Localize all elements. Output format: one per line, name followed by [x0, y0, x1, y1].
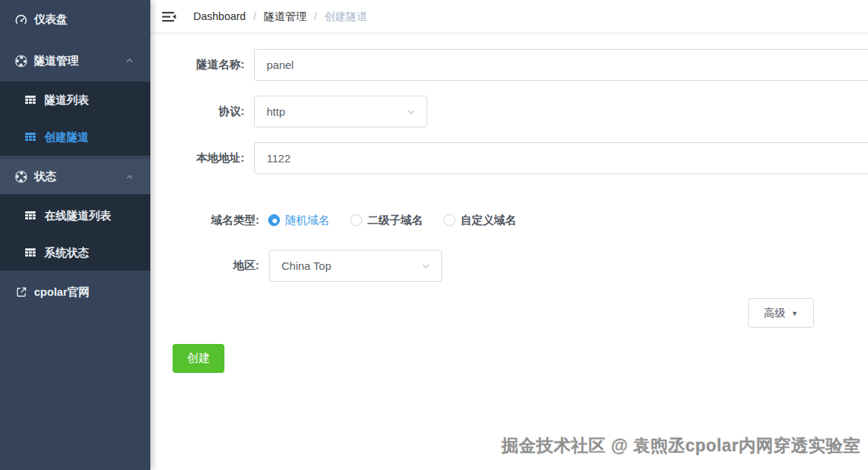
radio-random-domain[interactable]: 随机域名 — [268, 214, 330, 228]
sidebar-item-label: 在线隧道列表 — [44, 209, 111, 223]
caret-down-icon: ▼ — [792, 310, 798, 317]
breadcrumb-separator: / — [253, 10, 256, 22]
domain-type-group: 域名类型: 随机域名 二级子域名 自定义域名 — [150, 212, 516, 228]
tunnel-name-input[interactable] — [254, 49, 868, 81]
sidebar-item-label: 状态 — [34, 170, 56, 184]
radio-unselected-icon — [350, 214, 362, 226]
advanced-button[interactable]: 高级 ▼ — [748, 298, 814, 328]
table-icon — [24, 210, 36, 222]
sidebar-item-dashboard[interactable]: 仪表盘 — [0, 0, 150, 39]
submenu-status: 在线隧道列表 系统状态 — [0, 194, 150, 271]
sidebar-item-tunnel-list[interactable]: 隧道列表 — [0, 82, 150, 119]
chevron-up-icon — [125, 56, 134, 65]
tunnel-name-label: 隧道名称: — [150, 49, 244, 81]
sidebar-item-label: cpolar官网 — [34, 285, 90, 299]
radio-label: 自定义域名 — [461, 214, 516, 228]
sidebar-item-tunnel-management[interactable]: 隧道管理 — [0, 42, 150, 80]
region-select-value: China Top — [281, 259, 331, 272]
radio-custom-domain[interactable]: 自定义域名 — [444, 214, 516, 228]
chevron-down-icon — [406, 107, 416, 117]
protocol-label: 协议: — [150, 96, 244, 128]
chevron-down-icon — [421, 261, 431, 271]
sidebar-item-label: 系统状态 — [44, 246, 89, 260]
radio-selected-icon — [268, 214, 280, 226]
sidebar-item-label: 创建隧道 — [44, 130, 89, 145]
radio-label: 随机域名 — [285, 214, 330, 228]
life-ring-icon — [15, 55, 27, 67]
main-content: Dashboard / 隧道管理 / 创建隧道 隧道名称: 协议: http 本… — [150, 0, 868, 470]
radio-unselected-icon — [444, 214, 455, 226]
advanced-button-label: 高级 — [764, 306, 786, 320]
submenu-tunnel-management: 隧道列表 创建隧道 — [0, 82, 150, 156]
protocol-select-value: http — [267, 105, 285, 118]
region-select[interactable]: China Top — [269, 250, 442, 282]
menu-fold-icon[interactable] — [162, 9, 178, 24]
create-button[interactable]: 创建 — [173, 344, 224, 373]
sidebar-item-label: 仪表盘 — [34, 13, 67, 27]
sidebar-item-online-tunnel-list[interactable]: 在线隧道列表 — [0, 197, 150, 234]
sidebar-item-label: 隧道管理 — [34, 54, 79, 68]
local-address-input[interactable] — [254, 142, 868, 174]
radio-label: 二级子域名 — [367, 214, 423, 228]
table-icon — [24, 131, 36, 143]
breadcrumb-tunnel-management[interactable]: 隧道管理 — [264, 10, 307, 24]
external-link-icon — [15, 286, 27, 299]
life-ring-icon — [15, 171, 27, 183]
sidebar: 仪表盘 隧道管理 隧道列表 创建隧道 状态 — [0, 0, 150, 470]
breadcrumb-dashboard[interactable]: Dashboard — [193, 10, 246, 22]
gauge-icon — [15, 13, 27, 26]
domain-type-label: 域名类型: — [150, 214, 259, 228]
chevron-up-icon — [125, 173, 134, 182]
table-icon — [24, 247, 36, 259]
breadcrumb-separator: / — [314, 10, 317, 22]
watermark-text: 掘金技术社区 @ 袁煦丞cpolar内网穿透实验室 — [501, 434, 861, 457]
radio-subdomain[interactable]: 二级子域名 — [350, 214, 423, 228]
region-label: 地区: — [150, 250, 259, 282]
sidebar-item-cpolar-website[interactable]: cpolar官网 — [0, 273, 150, 311]
local-address-label: 本地地址: — [150, 142, 244, 174]
sidebar-item-create-tunnel[interactable]: 创建隧道 — [0, 119, 150, 156]
table-icon — [24, 94, 36, 106]
breadcrumb-current: 创建隧道 — [324, 10, 367, 24]
sidebar-item-status[interactable]: 状态 — [0, 159, 150, 194]
protocol-select[interactable]: http — [254, 96, 427, 128]
sidebar-item-label: 隧道列表 — [44, 93, 89, 107]
sidebar-item-system-status[interactable]: 系统状态 — [0, 234, 150, 271]
top-bar: Dashboard / 隧道管理 / 创建隧道 — [150, 0, 868, 33]
breadcrumb: Dashboard / 隧道管理 / 创建隧道 — [193, 10, 367, 24]
